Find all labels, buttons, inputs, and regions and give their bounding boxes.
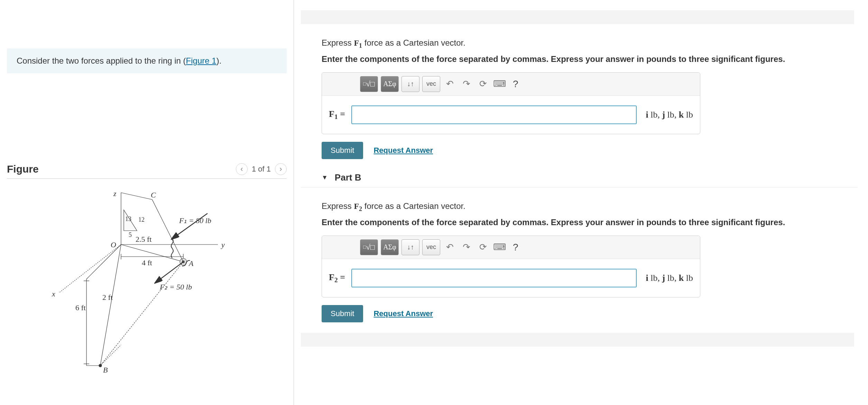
template-button[interactable]: □√□ (360, 76, 378, 92)
part-b-content: Express F2 force as a Cartesian vector. … (322, 191, 858, 326)
tri-hyp: 13 (125, 215, 131, 222)
dim-2ft: 2 ft (102, 293, 113, 302)
pa-prefix: Express (322, 38, 354, 47)
tri-vert: 12 (138, 216, 145, 223)
pa-suffix: force as a Cartesian vector. (362, 38, 465, 47)
svg-line-10 (152, 200, 183, 262)
help-icon[interactable]: ? (513, 242, 518, 253)
figure-header: Figure ‹ 1 of 1 › (7, 163, 287, 179)
help-icon[interactable]: ? (513, 79, 518, 90)
svg-point-20 (99, 364, 102, 367)
dim-6ft: 6 ft (75, 303, 86, 312)
left-panel: Consider the two forces applied to the r… (0, 0, 294, 405)
svg-line-13 (156, 262, 183, 283)
svg-line-2 (59, 245, 121, 293)
axis-x-label: x (52, 289, 55, 298)
collapse-icon: ▼ (322, 174, 328, 181)
part-b-title: Part B (335, 172, 361, 183)
svg-line-14 (100, 245, 121, 366)
part-a-answer-box: □√□ ΑΣφ ↓↑ vec ↶ ↷ ⟳ ⌨ ? F1 = i lb, j lb… (322, 72, 700, 134)
svg-line-3 (121, 245, 183, 262)
redo-icon[interactable]: ↷ (460, 242, 473, 252)
undo-icon[interactable]: ↶ (443, 242, 457, 252)
part-b-submit-button[interactable]: Submit (322, 305, 363, 322)
keyboard-icon[interactable]: ⌨ (493, 79, 507, 89)
pb-sub: 2 (359, 205, 362, 212)
svg-line-19 (100, 262, 183, 366)
updown-button[interactable]: ↓↑ (401, 76, 419, 92)
part-a-input-row: F1 = i lb, j lb, k lb (322, 96, 700, 134)
reset-icon[interactable]: ⟳ (476, 242, 490, 252)
part-b-prompt: Express F2 force as a Cartesian vector. (322, 201, 858, 213)
part-a-header-band (301, 10, 854, 24)
axis-z-label: z (113, 189, 117, 198)
part-b-input-label: F2 = (329, 272, 345, 284)
redo-icon[interactable]: ↷ (460, 79, 473, 89)
figure-counter: 1 of 1 (252, 165, 271, 174)
intro-text-suffix: ). (216, 56, 222, 65)
axis-y-label: y (221, 240, 225, 249)
pb-suffix: force as a Cartesian vector. (362, 201, 465, 211)
right-panel: Express F1 force as a Cartesian vector. … (294, 0, 868, 405)
point-c-label: C (151, 191, 156, 199)
pb-var: F (354, 202, 359, 211)
pa-var: F (354, 38, 359, 47)
figure-section: Figure ‹ 1 of 1 › z y x O (7, 163, 287, 381)
part-b-answer-box: □√□ ΑΣφ ↓↑ vec ↶ ↷ ⟳ ⌨ ? F2 = i lb, j lb… (322, 236, 700, 297)
undo-icon[interactable]: ↶ (443, 79, 457, 89)
dim-4ft: 4 ft (142, 258, 152, 267)
part-a-prompt: Express F1 force as a Cartesian vector. (322, 38, 858, 49)
part-b-input-row: F2 = i lb, j lb, k lb (322, 259, 700, 297)
part-a-actions: Submit Request Answer (322, 142, 858, 159)
part-a-units: i lb, j lb, k lb (646, 110, 693, 120)
part-a-submit-button[interactable]: Submit (322, 142, 363, 159)
part-b-instructions: Enter the components of the force separa… (322, 218, 858, 227)
part-a-answer-input[interactable] (351, 105, 637, 124)
f1-label: F₁ = 80 lb (179, 216, 211, 225)
greek-button[interactable]: ΑΣφ (381, 239, 399, 255)
figure-prev-button[interactable]: ‹ (236, 163, 248, 175)
part-a-request-answer-link[interactable]: Request Answer (373, 146, 433, 155)
part-b-actions: Submit Request Answer (322, 305, 858, 322)
vec-button[interactable]: vec (422, 239, 440, 255)
problem-intro: Consider the two forces applied to the r… (7, 48, 287, 73)
part-b-units: i lb, j lb, k lb (646, 273, 693, 283)
keyboard-icon[interactable]: ⌨ (493, 242, 507, 252)
part-b-answer-input[interactable] (351, 269, 637, 287)
f2-label: F₂ = 50 lb (159, 283, 192, 291)
template-button[interactable]: □√□ (360, 239, 378, 255)
greek-button[interactable]: ΑΣφ (381, 76, 399, 92)
part-a-content: Express F1 force as a Cartesian vector. … (322, 28, 858, 163)
point-b-label: B (103, 366, 108, 374)
figure-next-button[interactable]: › (275, 163, 287, 175)
part-a-toolbar: □√□ ΑΣφ ↓↑ vec ↶ ↷ ⟳ ⌨ ? (322, 73, 700, 96)
figure-link[interactable]: Figure 1 (186, 56, 216, 65)
intro-text-prefix: Consider the two forces applied to the r… (17, 56, 186, 65)
pb-prefix: Express (322, 201, 354, 211)
part-b-toolbar: □√□ ΑΣφ ↓↑ vec ↶ ↷ ⟳ ⌨ ? (322, 236, 700, 259)
figure-diagram: z y x O 2.5 ft 4 ft A (7, 179, 287, 381)
point-o-label: O (111, 240, 116, 249)
part-b-header[interactable]: ▼ Part B (301, 166, 858, 187)
part-b-request-answer-link[interactable]: Request Answer (373, 309, 433, 318)
dim-2-5ft: 2.5 ft (136, 235, 151, 243)
part-a-input-label: F1 = (329, 109, 345, 121)
tri-base: 5 (129, 231, 132, 238)
vec-button[interactable]: vec (422, 76, 440, 92)
bottom-band (301, 333, 854, 347)
updown-button[interactable]: ↓↑ (401, 239, 419, 255)
svg-line-9 (121, 193, 152, 200)
pa-sub: 1 (359, 42, 362, 49)
figure-title: Figure (7, 163, 39, 175)
reset-icon[interactable]: ⟳ (476, 79, 490, 89)
part-a-instructions: Enter the components of the force separa… (322, 54, 858, 64)
figure-nav: ‹ 1 of 1 › (236, 163, 287, 175)
